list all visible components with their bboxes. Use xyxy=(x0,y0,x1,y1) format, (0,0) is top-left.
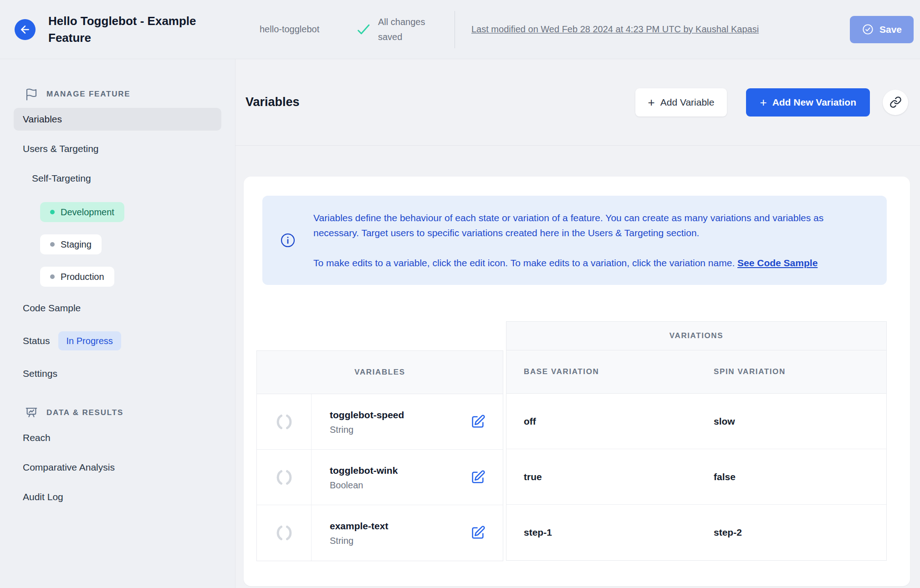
table-row: example-text String xyxy=(257,505,503,561)
variable-type: String xyxy=(330,425,404,435)
environment-row-staging: Staging xyxy=(40,234,221,254)
table-row: togglebot-wink Boolean xyxy=(257,450,503,505)
see-code-sample-link[interactable]: See Code Sample xyxy=(737,258,818,268)
sidebar-item-status[interactable]: Status In Progress xyxy=(14,326,221,355)
spinner-icon xyxy=(274,411,295,432)
top-header: Hello Togglebot - Example Feature hello-… xyxy=(0,0,920,59)
sidebar-item-self-targeting[interactable]: Self-Targeting xyxy=(14,167,221,190)
toolbar-actions: + Add Variable + Add New Variation xyxy=(635,88,908,117)
header-divider xyxy=(455,11,455,48)
presentation-chart-icon xyxy=(25,406,38,420)
app-root: Hello Togglebot - Example Feature hello-… xyxy=(0,0,920,588)
variation-values-body: off slow true false step-1 step-2 xyxy=(506,394,887,561)
info-box: Variables define the behaviour of each s… xyxy=(262,196,887,285)
info-paragraph-2-text: To make edits to a variable, click the e… xyxy=(313,258,737,268)
spin-variation-value: slow xyxy=(696,394,886,449)
info-paragraph-1: Variables define the behaviour of each s… xyxy=(313,210,846,240)
variable-type-cell xyxy=(257,450,312,505)
save-status-text: All changes saved xyxy=(378,15,438,45)
save-button[interactable]: Save xyxy=(850,16,914,43)
table-variations-section: VARIATIONS BASE VARIATION SPIN VARIATION xyxy=(506,321,887,561)
add-new-variation-button[interactable]: + Add New Variation xyxy=(746,88,870,117)
data-results-section-header: DATA & RESULTS xyxy=(14,406,221,420)
main-layout: MANAGE FEATURE Variables Users & Targeti… xyxy=(0,59,920,588)
variable-type-cell xyxy=(257,505,312,561)
back-button[interactable] xyxy=(15,19,36,40)
table-row: step-1 step-2 xyxy=(506,505,886,560)
sidebar-item-code-sample[interactable]: Code Sample xyxy=(14,297,221,319)
add-new-variation-label: Add New Variation xyxy=(772,97,856,108)
flag-icon xyxy=(25,87,38,101)
environment-dot-icon xyxy=(50,274,55,279)
sidebar-item-settings[interactable]: Settings xyxy=(14,362,221,385)
sidebar-item-users-targeting[interactable]: Users & Targeting xyxy=(14,137,221,160)
environment-label: Production xyxy=(61,270,104,283)
environment-badge-development[interactable]: Development xyxy=(40,202,124,222)
feature-key: hello-togglebot xyxy=(260,22,324,37)
variable-info: togglebot-wink Boolean xyxy=(330,464,398,491)
table-left-body: VARIABLES togglebot- xyxy=(256,350,503,561)
plus-icon: + xyxy=(760,96,767,108)
edit-variable-button[interactable] xyxy=(468,468,487,487)
variable-type: Boolean xyxy=(330,480,398,491)
environment-badge-staging[interactable]: Staging xyxy=(40,234,102,254)
edit-variable-button[interactable] xyxy=(468,412,487,431)
section-title: Variables xyxy=(245,95,300,109)
check-icon xyxy=(356,22,371,37)
variables-table: VARIABLES togglebot- xyxy=(256,321,887,561)
variable-info: example-text String xyxy=(330,520,388,546)
environment-label: Staging xyxy=(61,238,92,251)
base-variation-value: off xyxy=(506,394,696,449)
spin-variation-value: false xyxy=(696,449,886,504)
sidebar-item-reach[interactable]: Reach xyxy=(14,426,221,449)
spinner-icon xyxy=(274,467,295,488)
sidebar-item-audit-log[interactable]: Audit Log xyxy=(14,486,221,508)
variables-toolbar: Variables + Add Variable + Add New Varia… xyxy=(235,59,920,146)
spin-variation-header[interactable]: SPIN VARIATION xyxy=(696,350,886,393)
variables-header-label: VARIABLES xyxy=(354,368,405,377)
copy-link-button[interactable] xyxy=(883,90,908,115)
edit-icon xyxy=(470,414,486,430)
base-variation-header[interactable]: BASE VARIATION xyxy=(506,350,696,393)
edit-icon xyxy=(470,470,486,485)
variable-name-cell: togglebot-wink Boolean xyxy=(312,450,503,505)
link-icon xyxy=(889,96,902,108)
plus-icon: + xyxy=(648,96,655,108)
sidebar: MANAGE FEATURE Variables Users & Targeti… xyxy=(0,59,235,588)
spin-variation-value: step-2 xyxy=(696,505,886,560)
variable-type: String xyxy=(330,536,388,546)
last-modified-link[interactable]: Last modified on Wed Feb 28 2024 at 4:23… xyxy=(471,22,759,37)
variations-group-header: VARIATIONS xyxy=(506,321,887,350)
base-variation-value: true xyxy=(506,449,696,504)
manage-feature-section-header: MANAGE FEATURE xyxy=(14,87,221,101)
base-variation-label: BASE VARIATION xyxy=(524,367,599,376)
table-left-section: VARIABLES togglebot- xyxy=(256,321,503,561)
variable-type-cell xyxy=(257,394,312,449)
variable-name-cell: example-text String xyxy=(312,505,503,561)
variations-header-label: VARIATIONS xyxy=(670,331,723,340)
sidebar-item-variables[interactable]: Variables xyxy=(14,108,221,131)
info-text: Variables define the behaviour of each s… xyxy=(313,210,846,270)
edit-variable-button[interactable] xyxy=(468,523,487,542)
variables-column-header: VARIABLES xyxy=(257,351,503,394)
spin-variation-label: SPIN VARIATION xyxy=(714,367,786,376)
data-results-section-label: DATA & RESULTS xyxy=(46,408,123,417)
status-label: Status xyxy=(23,335,50,347)
spinner-icon xyxy=(274,522,295,543)
info-icon xyxy=(280,232,296,248)
environment-dot-icon xyxy=(50,242,55,247)
manage-feature-section-label: MANAGE FEATURE xyxy=(46,90,131,99)
arrow-left-icon xyxy=(19,24,31,35)
sidebar-item-comparative-analysis[interactable]: Comparative Analysis xyxy=(14,456,221,479)
status-badge: In Progress xyxy=(58,331,121,350)
variables-card: Variables define the behaviour of each s… xyxy=(244,177,910,586)
page-title: Hello Togglebot - Example Feature xyxy=(48,13,218,46)
variable-name: togglebot-wink xyxy=(330,464,398,477)
environment-badge-production[interactable]: Production xyxy=(40,267,114,287)
add-variable-button[interactable]: + Add Variable xyxy=(635,88,727,117)
info-paragraph-2: To make edits to a variable, click the e… xyxy=(313,255,846,270)
table-row: true false xyxy=(506,449,886,505)
variable-name: togglebot-speed xyxy=(330,409,404,421)
variable-info: togglebot-speed String xyxy=(330,409,404,435)
variation-column-headers: BASE VARIATION SPIN VARIATION xyxy=(506,350,887,394)
